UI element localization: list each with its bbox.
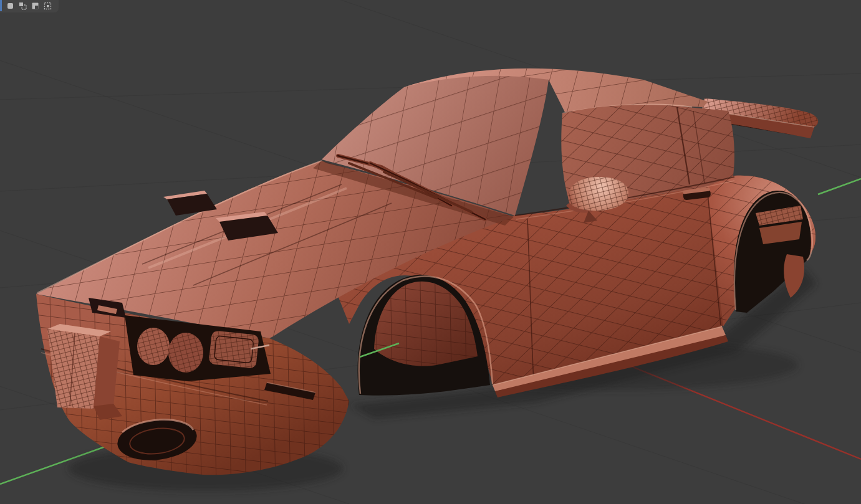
car-model[interactable]	[36, 69, 818, 475]
select-mode-intersect-button[interactable]	[44, 2, 52, 10]
tool-header	[0, 0, 59, 12]
active-tool-highlight	[0, 0, 2, 11]
headlight	[208, 330, 259, 369]
select-mode-subtract-button[interactable]	[31, 2, 39, 10]
select-extend-icon	[19, 2, 27, 10]
select-mode-set-button[interactable]	[6, 2, 14, 10]
select-intersect-icon	[44, 2, 52, 10]
viewport-3d[interactable]	[0, 0, 861, 504]
select-subtract-icon	[31, 2, 39, 10]
select-mode-extend-button[interactable]	[19, 2, 27, 10]
scene-canvas	[0, 0, 861, 504]
select-set-icon	[6, 2, 14, 10]
